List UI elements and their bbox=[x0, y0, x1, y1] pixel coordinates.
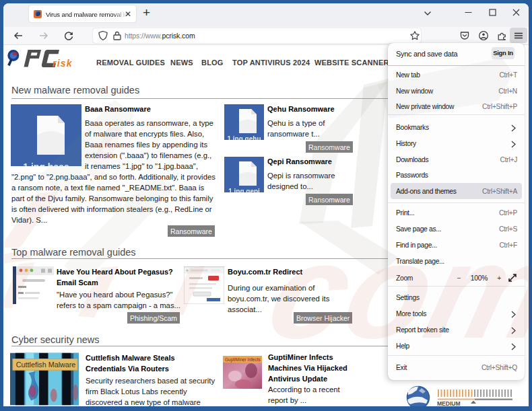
svg-text:Cuttlefish Malware: Cuttlefish Malware bbox=[16, 361, 76, 369]
svg-text:risk: risk bbox=[53, 58, 73, 69]
svg-text:GuptiMiner Infects: GuptiMiner Infects bbox=[225, 357, 261, 363]
svg-text:MEDIUM: MEDIUM bbox=[437, 400, 460, 407]
